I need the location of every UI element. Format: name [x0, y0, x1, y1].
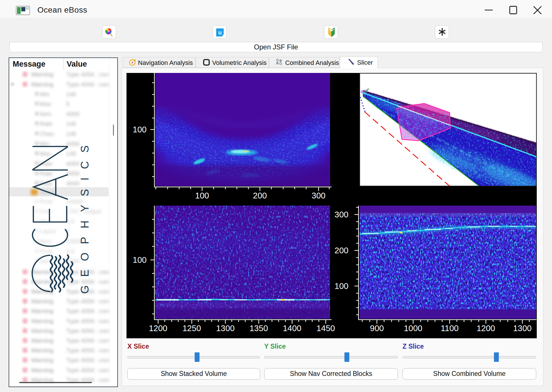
svg-text:1000: 1000 [404, 324, 423, 333]
svg-text:1100: 1100 [441, 324, 459, 333]
svg-text:1250: 1250 [183, 324, 201, 333]
svg-text:300: 300 [312, 191, 325, 200]
svg-text:300: 300 [335, 210, 348, 219]
svg-text:100: 100 [133, 255, 147, 264]
svg-text:1300: 1300 [216, 324, 235, 333]
svg-text:1200: 1200 [477, 324, 495, 333]
svg-text:1350: 1350 [250, 324, 268, 333]
svg-text:100: 100 [133, 125, 147, 134]
svg-text:200: 200 [335, 246, 348, 255]
svg-text:100: 100 [195, 191, 209, 200]
svg-text:1400: 1400 [283, 324, 302, 333]
svg-text:1450: 1450 [317, 324, 335, 333]
svg-text:1300: 1300 [513, 324, 532, 333]
svg-text:1200: 1200 [149, 324, 168, 333]
svg-text:900: 900 [370, 324, 384, 333]
svg-text:200: 200 [253, 191, 267, 200]
svg-text:u: u [218, 29, 222, 36]
svg-text:100: 100 [335, 281, 348, 291]
svg-text:GEOPHYSICS: GEOPHYSICS [79, 137, 91, 294]
